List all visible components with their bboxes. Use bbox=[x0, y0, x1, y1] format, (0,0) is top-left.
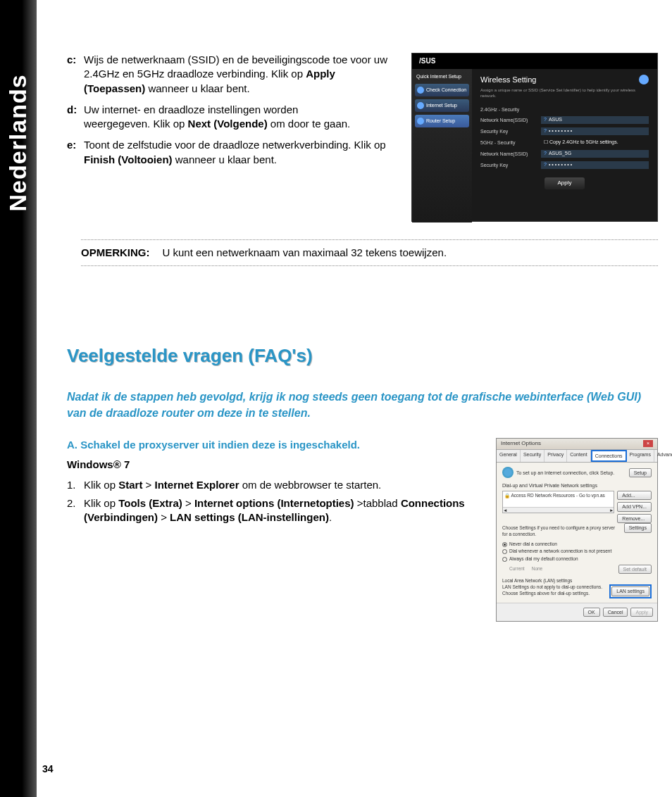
tab-programs[interactable]: Programs bbox=[627, 450, 654, 462]
copy-checkbox[interactable]: ☐ Copy 2.4GHz to 5GHz settings. bbox=[541, 139, 649, 146]
router-title: Wireless Setting bbox=[480, 75, 536, 85]
home-icon[interactable] bbox=[639, 75, 649, 84]
apply-button[interactable]: Apply bbox=[630, 608, 653, 617]
close-icon[interactable]: × bbox=[643, 440, 653, 447]
ie-tabs: General Security Privacy Content Connect… bbox=[497, 450, 657, 463]
check-icon bbox=[417, 87, 424, 94]
ok-button[interactable]: OK bbox=[583, 608, 600, 617]
ie-title: Internet Options bbox=[501, 440, 541, 448]
add-button[interactable]: Add... bbox=[617, 491, 652, 500]
faq-step-2: 2. Klik op Tools (Extra) > Internet opti… bbox=[67, 496, 483, 525]
sidebar-item-check[interactable]: Check Connection bbox=[415, 84, 469, 96]
tab-privacy[interactable]: Privacy bbox=[545, 450, 567, 462]
language-sidebar: Nederlands bbox=[0, 0, 37, 797]
sidebar-item-internet[interactable]: Internet Setup bbox=[415, 99, 469, 112]
cancel-button[interactable]: Cancel bbox=[603, 608, 628, 617]
globe-icon bbox=[417, 102, 424, 109]
router-desc: Assign a unique name or SSID (Service Se… bbox=[480, 87, 649, 99]
radio-always[interactable]: Always dial my default connection bbox=[502, 556, 652, 563]
lan-settings-button[interactable]: LAN settings bbox=[611, 586, 649, 596]
note-box: OPMERKING: U kunt een netwerknaam van ma… bbox=[81, 239, 658, 266]
windows-heading: Windows® 7 bbox=[67, 458, 483, 472]
key-24-input[interactable]: ?• • • • • • • • bbox=[541, 127, 649, 135]
addvpn-button[interactable]: Add VPN... bbox=[617, 502, 652, 511]
internet-options-screenshot: Internet Options× General Security Priva… bbox=[496, 438, 658, 622]
router-icon bbox=[417, 118, 424, 125]
globe-icon bbox=[502, 467, 514, 478]
tab-general[interactable]: General bbox=[497, 450, 521, 462]
step-e: e: Toont de zelfstudie voor de draadloze… bbox=[67, 138, 397, 167]
setup-button[interactable]: Setup bbox=[629, 468, 652, 477]
step-c: c: Wijs de netwerknaam (SSID) en de beve… bbox=[67, 53, 397, 96]
router-screenshot: /SUS Quick Internet Setup Check Connecti… bbox=[411, 53, 658, 222]
note-text: U kunt een netwerknaam van maximaal 32 t… bbox=[163, 246, 447, 260]
tab-advanced[interactable]: Advanced bbox=[654, 450, 672, 462]
faq-step-1: 1. Klik op Start > Internet Explorer om … bbox=[67, 478, 483, 492]
key-5-input[interactable]: ?• • • • • • • • bbox=[541, 161, 649, 169]
tab-content[interactable]: Content bbox=[567, 450, 591, 462]
faq-heading: Veelgestelde vragen (FAQ's) bbox=[67, 344, 658, 368]
faq-intro: Nadat ik de stappen heb gevolgd, krijg i… bbox=[67, 389, 658, 421]
page-number: 34 bbox=[42, 763, 54, 776]
ssid-24-input[interactable]: ?ASUS bbox=[541, 116, 649, 124]
remove-button[interactable]: Remove... bbox=[617, 514, 652, 523]
ssid-5-input[interactable]: ?ASUS_5G bbox=[541, 150, 649, 158]
radio-never[interactable]: Never dial a connection bbox=[502, 541, 652, 548]
page-content: c: Wijs de netwerknaam (SSID) en de beve… bbox=[67, 53, 658, 622]
asus-logo: /SUS bbox=[412, 54, 657, 69]
tab-connections[interactable]: Connections bbox=[591, 450, 627, 462]
settings-button[interactable]: Settings bbox=[624, 523, 652, 532]
setdefault-button[interactable]: Set default bbox=[618, 565, 652, 574]
tab-security[interactable]: Security bbox=[521, 450, 545, 462]
router-sidebar: Quick Internet Setup Check Connection In… bbox=[412, 69, 472, 222]
vpn-listbox[interactable]: 🔒 Access RD Network Resources - Go to vp… bbox=[502, 491, 614, 513]
language-label: Nederlands bbox=[2, 74, 35, 211]
sidebar-item-router[interactable]: Router Setup bbox=[415, 115, 469, 127]
apply-button[interactable]: Apply bbox=[545, 177, 584, 189]
faq-sub-a: A. Schakel de proxyserver uit indien dez… bbox=[67, 438, 483, 452]
radio-whenever[interactable]: Dial whenever a network connection is no… bbox=[502, 548, 652, 555]
note-label: OPMERKING: bbox=[81, 246, 150, 260]
step-d: d: Uw internet- en draadloze instellinge… bbox=[67, 103, 397, 132]
